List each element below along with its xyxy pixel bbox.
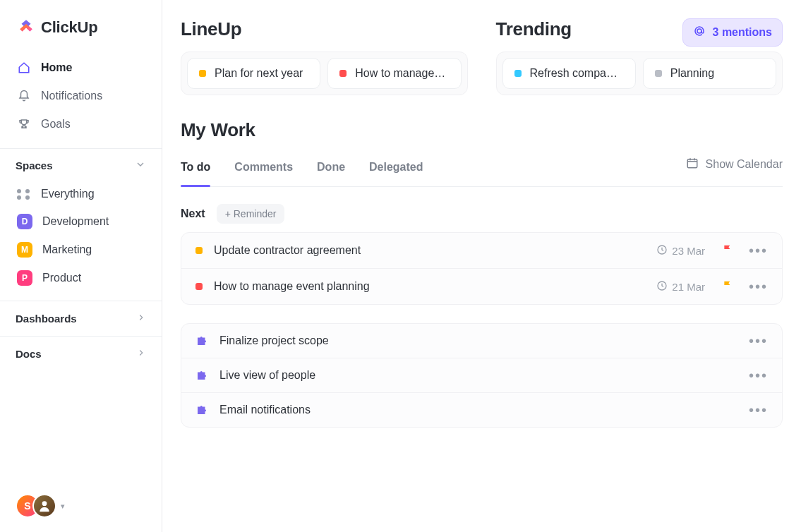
nav-notifications-label: Notifications	[41, 90, 102, 102]
nav-notifications[interactable]: Notifications	[7, 82, 155, 110]
lineup-card[interactable]: How to manage…	[327, 58, 461, 89]
tab-done[interactable]: Done	[317, 152, 345, 186]
lineup-section: LineUp Plan for next year How to manage…	[181, 18, 468, 95]
task-title: Finalize project scope	[219, 334, 749, 347]
flag-icon[interactable]	[722, 243, 733, 258]
space-badge: D	[17, 214, 32, 229]
space-development[interactable]: D Development	[7, 207, 155, 236]
space-label: Development	[42, 215, 109, 228]
at-icon	[693, 25, 706, 40]
person-icon	[37, 499, 52, 513]
clickup-logo-icon	[17, 17, 35, 38]
task-title: Email notifications	[219, 404, 749, 416]
task-row[interactable]: Update contractor agreement 23 Mar •••	[181, 233, 782, 268]
status-dot	[514, 70, 522, 77]
status-dot	[195, 247, 203, 254]
task-date-text: 21 Mar	[672, 281, 705, 293]
spaces-header-label: Spaces	[16, 159, 53, 171]
calendar-icon	[686, 157, 699, 172]
clock-icon	[656, 280, 668, 294]
bell-icon	[17, 89, 31, 103]
puzzle-icon	[195, 334, 208, 347]
show-calendar-button[interactable]: Show Calendar	[686, 157, 783, 182]
card-label: How to manage…	[355, 67, 445, 80]
svg-point-0	[42, 501, 47, 506]
next-row: Next + Reminder	[181, 204, 783, 224]
nav-goals[interactable]: Goals	[7, 110, 155, 138]
space-label: Product	[42, 272, 81, 284]
everything-icon	[17, 187, 31, 201]
show-calendar-label: Show Calendar	[706, 158, 783, 171]
task-title: Update contractor agreement	[214, 244, 656, 257]
section-docs[interactable]: Docs	[0, 336, 162, 371]
trending-card[interactable]: Planning	[643, 58, 776, 89]
trending-cards: Refresh compan… Planning	[496, 52, 783, 95]
task-date: 21 Mar	[656, 280, 705, 294]
task-row[interactable]: Live view of people •••	[181, 358, 782, 392]
card-label: Planning	[670, 67, 714, 80]
lineup-card[interactable]: Plan for next year	[187, 58, 320, 89]
chevron-down-icon	[135, 159, 146, 172]
tab-todo[interactable]: To do	[181, 152, 210, 186]
task-row[interactable]: Finalize project scope •••	[181, 324, 782, 358]
space-product[interactable]: P Product	[7, 264, 155, 292]
task-date-text: 23 Mar	[672, 245, 705, 257]
task-title: How to manage event planning	[214, 280, 656, 293]
space-marketing[interactable]: M Marketing	[7, 236, 155, 264]
section-docs-label: Docs	[16, 348, 42, 360]
avatar-letter: S	[24, 500, 30, 512]
trophy-icon	[17, 117, 31, 131]
svg-point-1	[697, 29, 701, 33]
status-dot	[199, 70, 206, 77]
mentions-badge[interactable]: 3 mentions	[682, 18, 783, 47]
status-dot	[195, 283, 203, 290]
space-badge: P	[17, 270, 32, 286]
task-group-dated: Update contractor agreement 23 Mar ••• H…	[181, 232, 783, 305]
svg-rect-2	[687, 159, 697, 168]
trending-card[interactable]: Refresh compan…	[502, 58, 636, 89]
section-dashboards[interactable]: Dashboards	[0, 301, 162, 336]
task-row[interactable]: Email notifications •••	[181, 392, 782, 427]
task-row[interactable]: How to manage event planning 21 Mar •••	[181, 268, 782, 304]
lineup-title: LineUp	[181, 18, 468, 40]
avatar-menu-caret[interactable]: ▾	[61, 502, 65, 511]
space-list: Everything D Development M Marketing P P…	[0, 179, 162, 301]
nav-home-label: Home	[41, 61, 72, 74]
mywork-tabs: To do Comments Done Delegated Show Calen…	[181, 152, 783, 187]
clock-icon	[656, 244, 668, 258]
chevron-right-icon	[136, 348, 146, 360]
tab-delegated[interactable]: Delegated	[369, 152, 423, 186]
space-everything[interactable]: Everything	[7, 181, 155, 207]
brand-text: ClickUp	[41, 18, 98, 37]
space-everything-label: Everything	[41, 188, 95, 200]
user-avatars[interactable]: S ▾	[16, 494, 65, 518]
task-title: Live view of people	[219, 369, 749, 382]
nav-goals-label: Goals	[41, 118, 71, 131]
space-badge: M	[17, 242, 32, 258]
mywork-title: My Work	[181, 119, 783, 141]
primary-nav: Home Notifications Goals	[0, 51, 162, 148]
avatar-secondary[interactable]	[32, 494, 56, 518]
card-label: Refresh compan…	[530, 67, 624, 80]
puzzle-icon	[195, 369, 208, 382]
section-dashboards-label: Dashboards	[16, 313, 77, 325]
flag-icon[interactable]	[722, 279, 733, 294]
home-icon	[17, 61, 31, 75]
status-dot	[339, 70, 347, 77]
puzzle-icon	[195, 404, 208, 416]
main-content: LineUp Plan for next year How to manage……	[162, 0, 801, 532]
logo-row: ClickUp	[0, 0, 162, 51]
task-group-undated: Finalize project scope ••• Live view of …	[181, 323, 783, 428]
lineup-cards: Plan for next year How to manage…	[181, 52, 468, 95]
chevron-right-icon	[136, 313, 146, 325]
add-reminder-button[interactable]: + Reminder	[217, 204, 285, 224]
status-dot	[655, 70, 662, 77]
sidebar: ClickUp Home Notifications Goals	[0, 0, 162, 532]
task-date: 23 Mar	[656, 244, 705, 258]
nav-home[interactable]: Home	[7, 54, 155, 82]
tab-comments[interactable]: Comments	[234, 152, 293, 186]
next-label: Next	[181, 207, 205, 220]
mentions-label: 3 mentions	[713, 26, 772, 39]
spaces-header[interactable]: Spaces	[0, 148, 162, 179]
card-label: Plan for next year	[215, 67, 303, 80]
